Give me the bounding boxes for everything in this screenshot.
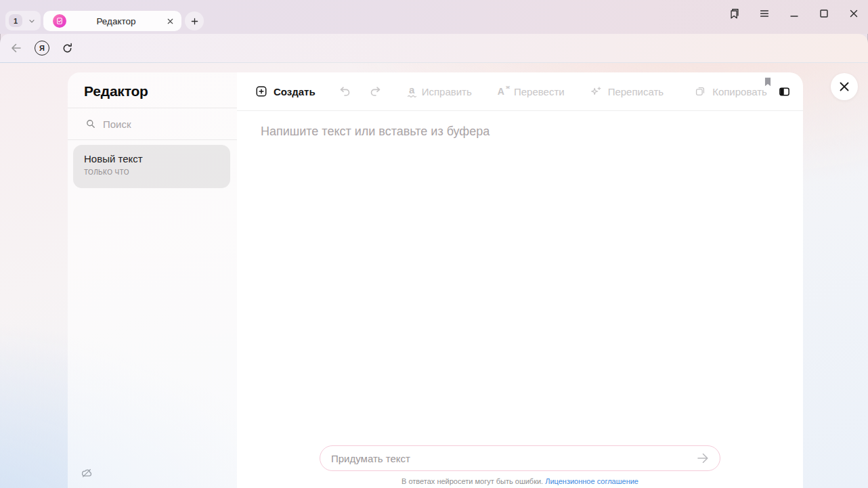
send-arrow-icon[interactable] (695, 451, 710, 466)
translate-label: Перевести (514, 86, 565, 97)
translate-icon: A ж (498, 87, 504, 96)
maximize-icon[interactable] (818, 7, 830, 20)
search-icon (85, 118, 96, 129)
create-label: Создать (274, 86, 316, 97)
tab-bar: 1 Редактор (0, 0, 868, 34)
spellcheck-icon: a (408, 86, 416, 97)
copy-button[interactable]: Копировать (693, 85, 767, 98)
document-title: Новый текст (84, 153, 230, 164)
editor-placeholder[interactable]: Напишите текст или вставьте из буфера (261, 125, 490, 139)
disclaimer-text: В ответах нейросети могут быть ошибки. (402, 477, 543, 485)
prompt-input[interactable] (331, 453, 695, 464)
fix-button[interactable]: a Исправить (408, 86, 472, 97)
editor-app-card: Редактор Новый текст только что (68, 72, 803, 488)
close-window-icon[interactable] (848, 7, 860, 20)
translate-glyph-sup: ж (506, 83, 510, 92)
tab-close-icon[interactable] (166, 17, 175, 26)
yandex-glyph: Я (39, 44, 45, 52)
yandex-home-icon[interactable]: Я (35, 41, 49, 56)
back-icon[interactable] (9, 41, 23, 55)
navigation-bar: Я Y neuro-editor Редактор (0, 34, 868, 62)
undo-icon[interactable] (339, 85, 352, 98)
fix-label: Исправить (422, 86, 472, 97)
search-row (68, 108, 237, 139)
panel-toggle-icon[interactable] (778, 85, 791, 98)
window-controls (729, 5, 860, 22)
cloud-off-icon (81, 467, 93, 479)
bookmarks-panel-icon[interactable] (729, 7, 741, 20)
tab-title: Редактор (66, 16, 166, 26)
sidebar: Редактор Новый текст только что (68, 72, 237, 488)
rewrite-label: Переписать (608, 86, 664, 97)
prompt-bar[interactable] (320, 445, 720, 471)
tab-counter-button[interactable]: 1 (5, 11, 41, 30)
editor-favicon-icon (53, 14, 66, 28)
editor-toolbar: Создать a Исправить (237, 72, 803, 111)
create-button[interactable]: Создать (255, 85, 316, 98)
copy-label: Копировать (712, 86, 767, 97)
document-timestamp: только что (84, 169, 230, 176)
sidebar-divider (68, 139, 237, 140)
editor-main: Создать a Исправить (237, 72, 803, 488)
document-list-item[interactable]: Новый текст только что (73, 145, 230, 188)
legal-footer: В ответах нейросети могут быть ошибки.Ли… (237, 477, 803, 485)
menu-icon[interactable] (758, 7, 771, 20)
tab-count-badge: 1 (9, 14, 22, 27)
rewrite-button[interactable]: Переписать (589, 85, 664, 98)
tab-editor[interactable]: Редактор (43, 11, 181, 31)
license-link[interactable]: Лицензионное соглашение (545, 477, 638, 485)
tab-count: 1 (14, 17, 18, 25)
close-editor-button[interactable] (831, 73, 858, 100)
app-logo: Редактор (84, 83, 148, 99)
translate-glyph-main: A (498, 86, 504, 97)
browser-window: 1 Редактор (0, 0, 868, 488)
plus-square-icon (255, 85, 268, 98)
sparkles-icon (589, 85, 603, 98)
fix-glyph-letter: a (409, 86, 414, 94)
page-content: Редактор Новый текст только что (0, 62, 868, 488)
search-input[interactable] (103, 118, 218, 130)
new-tab-button[interactable] (185, 12, 204, 30)
copy-icon (693, 85, 707, 98)
minimize-icon[interactable] (788, 7, 800, 20)
bookmark-icon[interactable] (761, 75, 775, 89)
nav-left-controls: Я (0, 41, 74, 56)
chevron-down-icon (28, 17, 36, 25)
refresh-icon[interactable] (61, 42, 74, 55)
translate-button[interactable]: A ж Перевести (498, 86, 565, 97)
redo-icon[interactable] (368, 85, 382, 98)
